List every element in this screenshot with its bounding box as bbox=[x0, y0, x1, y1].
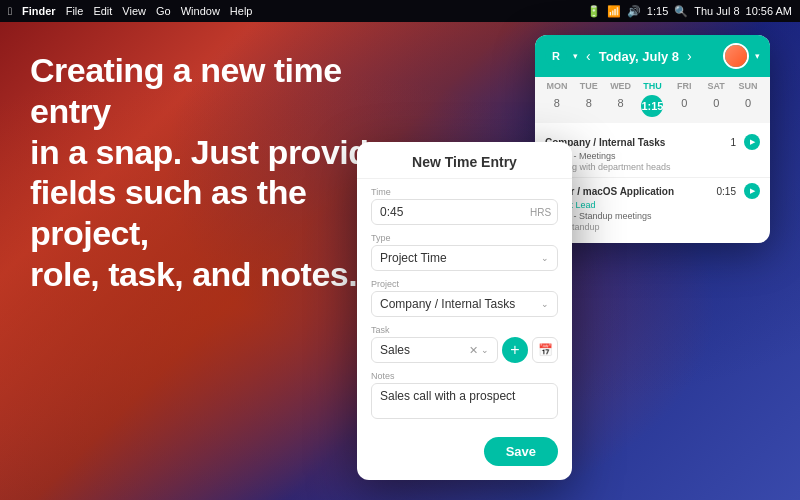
menu-bar:  Finder File Edit View Go Window Help 🔋… bbox=[0, 0, 800, 22]
project-chevron-icon: ⌄ bbox=[541, 299, 549, 309]
project-label: Project bbox=[371, 279, 558, 289]
app-logo: R bbox=[545, 45, 567, 67]
calendar-title: Today, July 8 bbox=[599, 49, 679, 64]
day-num-fri[interactable]: 0 bbox=[668, 95, 700, 117]
task-label: Task bbox=[371, 325, 558, 335]
menu-bar-right: 🔋 📶 🔊 1:15 🔍 Thu Jul 8 10:56 AM bbox=[587, 5, 792, 18]
avatar-image bbox=[725, 45, 747, 67]
task-add-button[interactable]: + bbox=[502, 337, 528, 363]
notes-field: Notes Sales call with a prospect bbox=[371, 371, 558, 419]
time-input[interactable] bbox=[380, 205, 530, 219]
entry-2-notes: Daily standup bbox=[545, 222, 760, 232]
calendar-header: R ▾ ‹ Today, July 8 › ▾ bbox=[535, 35, 770, 77]
save-button[interactable]: Save bbox=[484, 437, 558, 466]
day-fri: FRI bbox=[668, 81, 700, 91]
day-sat: SAT bbox=[700, 81, 732, 91]
day-wed: WED bbox=[605, 81, 637, 91]
app-name[interactable]: Finder bbox=[22, 5, 56, 17]
notes-label: Notes bbox=[371, 371, 558, 381]
form-body: Time HRS Type Project Time ⌄ Project Com… bbox=[357, 179, 572, 419]
search-icon[interactable]: 🔍 bbox=[674, 5, 688, 18]
day-num-sun[interactable]: 0 bbox=[732, 95, 764, 117]
form-title: New Time Entry bbox=[357, 142, 572, 179]
day-sun: SUN bbox=[732, 81, 764, 91]
task-field: Task Sales ✕ ⌄ + 📅 bbox=[371, 325, 558, 363]
notes-input[interactable]: Sales call with a prospect bbox=[371, 383, 558, 419]
cal-header-right: ▾ bbox=[723, 43, 760, 69]
entry-1-notes: Meeting with department heads bbox=[545, 162, 760, 172]
type-field: Type Project Time ⌄ bbox=[371, 233, 558, 271]
project-value: Company / Internal Tasks bbox=[380, 297, 515, 311]
entry-2-task: Task 3 - Standup meetings bbox=[545, 211, 760, 221]
time-label: Time bbox=[371, 187, 558, 197]
calendar-day-numbers: 8 8 8 1:15 0 0 0 bbox=[535, 93, 770, 123]
menu-bar-left:  Finder File Edit View Go Window Help bbox=[8, 5, 252, 17]
time-field: Time HRS bbox=[371, 187, 558, 225]
project-select[interactable]: Company / Internal Tasks ⌄ bbox=[371, 291, 558, 317]
avatar-dropdown[interactable]: ▾ bbox=[755, 51, 760, 61]
cal-header-left: R ▾ ‹ Today, July 8 › bbox=[545, 45, 696, 67]
entry-1-info: Company / Internal Tasks bbox=[545, 137, 730, 148]
cal-prev-button[interactable]: ‹ bbox=[582, 48, 595, 64]
calendar-days-header: MON TUE WED THU FRI SAT SUN bbox=[535, 77, 770, 93]
day-num-wed[interactable]: 8 bbox=[605, 95, 637, 117]
time-suffix: HRS bbox=[530, 207, 551, 218]
day-num-sat[interactable]: 0 bbox=[700, 95, 732, 117]
notes-text: Sales call with a prospect bbox=[380, 389, 549, 403]
battery-icon: 🔋 bbox=[587, 5, 601, 18]
entry-2-play-button[interactable]: ▶ bbox=[744, 183, 760, 199]
new-time-entry-form: New Time Entry Time HRS Type Project Tim… bbox=[357, 142, 572, 480]
day-num-tue[interactable]: 8 bbox=[573, 95, 605, 117]
hero-section: Creating a new time entry in a snap. Jus… bbox=[30, 50, 410, 295]
wifi-icon: 📶 bbox=[607, 5, 621, 18]
entry-2-header: Ruddr / macOS Application 0:15 ▶ bbox=[545, 183, 760, 199]
menu-view[interactable]: View bbox=[122, 5, 146, 17]
calendar-button[interactable]: 📅 bbox=[532, 337, 558, 363]
menu-file[interactable]: File bbox=[66, 5, 84, 17]
task-actions: ✕ ⌄ bbox=[469, 344, 489, 357]
entry-1-play-button[interactable]: ▶ bbox=[744, 134, 760, 150]
day-thu: THU bbox=[637, 81, 669, 91]
type-value: Project Time bbox=[380, 251, 447, 265]
type-chevron-icon: ⌄ bbox=[541, 253, 549, 263]
menu-edit[interactable]: Edit bbox=[93, 5, 112, 17]
day-num-thu[interactable]: 1:15 bbox=[641, 95, 663, 117]
type-select[interactable]: Project Time ⌄ bbox=[371, 245, 558, 271]
clock-display: 10:56 AM bbox=[746, 5, 792, 17]
task-row: Sales ✕ ⌄ + 📅 bbox=[371, 337, 558, 363]
form-footer: Save bbox=[357, 427, 572, 466]
entry-2-time: 0:15 bbox=[717, 186, 736, 197]
day-mon: MON bbox=[541, 81, 573, 91]
task-clear-button[interactable]: ✕ bbox=[469, 344, 478, 357]
cal-next-button[interactable]: › bbox=[683, 48, 696, 64]
time-display: 1:15 bbox=[647, 5, 668, 17]
logo-dropdown[interactable]: ▾ bbox=[573, 51, 578, 61]
menu-go[interactable]: Go bbox=[156, 5, 171, 17]
task-value: Sales bbox=[380, 343, 410, 357]
hero-heading: Creating a new time entry in a snap. Jus… bbox=[30, 50, 410, 295]
volume-icon: 🔊 bbox=[627, 5, 641, 18]
time-input-row[interactable]: HRS bbox=[371, 199, 558, 225]
entry-1-project: Company / Internal Tasks bbox=[545, 137, 730, 148]
user-avatar[interactable] bbox=[723, 43, 749, 69]
day-tue: TUE bbox=[573, 81, 605, 91]
task-chevron-icon: ⌄ bbox=[481, 345, 489, 355]
task-select[interactable]: Sales ✕ ⌄ bbox=[371, 337, 498, 363]
entry-1-task: Task 1 - Meetings bbox=[545, 151, 760, 161]
day-num-mon[interactable]: 8 bbox=[541, 95, 573, 117]
apple-menu[interactable]:  bbox=[8, 5, 12, 17]
menu-window[interactable]: Window bbox=[181, 5, 220, 17]
entry-2-role: Project Lead bbox=[545, 200, 760, 210]
type-label: Type bbox=[371, 233, 558, 243]
project-field: Project Company / Internal Tasks ⌄ bbox=[371, 279, 558, 317]
date-display: Thu Jul 8 bbox=[694, 5, 739, 17]
entry-1-header: Company / Internal Tasks 1 ▶ bbox=[545, 134, 760, 150]
entry-1-time: 1 bbox=[730, 137, 736, 148]
menu-help[interactable]: Help bbox=[230, 5, 253, 17]
